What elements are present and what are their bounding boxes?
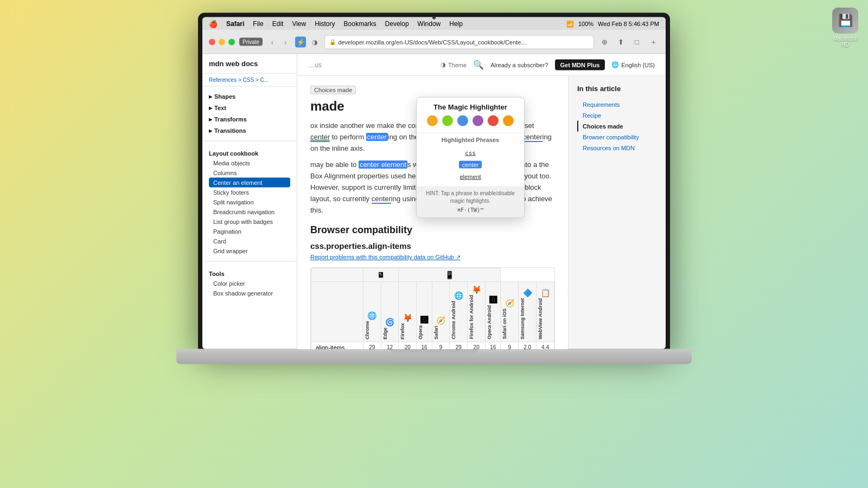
- sidebar-item-sticky-footers[interactable]: Sticky footers: [209, 188, 290, 197]
- th-opera: 🅾 Opera: [417, 281, 432, 341]
- extension-icons: ⚡ ◑: [295, 36, 320, 47]
- desktop-icon-label: Macintosh HD: [830, 36, 860, 48]
- back-button[interactable]: ‹: [267, 36, 278, 47]
- sidebar-item-split-navigation[interactable]: Split navigation: [209, 197, 290, 207]
- mdn-top-header: …us ◑ Theme 🔍 Already a subscriber? Get …: [297, 54, 666, 76]
- th-safari-ios: 🧭 Safari on iOS: [501, 281, 519, 341]
- color-green[interactable]: [442, 115, 453, 126]
- menu-develop[interactable]: Develop: [385, 20, 409, 28]
- table-row: align-items 29 12 20 16 9 29: [311, 342, 554, 349]
- menu-safari[interactable]: Safari: [226, 20, 244, 28]
- toc-item-requirements[interactable]: Requirements: [577, 99, 657, 110]
- maximize-button[interactable]: [228, 38, 235, 45]
- address-bar[interactable]: 🔒 developer.mozilla.org/en-US/docs/Web/C…: [324, 35, 594, 49]
- forward-button[interactable]: ›: [280, 36, 291, 47]
- samsung-label: Samsung Internet: [520, 298, 525, 339]
- compat-github-link[interactable]: Report problems with this compatibility …: [310, 254, 555, 261]
- safari-ios-icon: 🧭: [502, 299, 517, 307]
- tools-label: Tools: [209, 271, 225, 277]
- language-selector[interactable]: 🌐 English (US): [611, 61, 655, 68]
- sidebar-item-center-element[interactable]: Center an element: [209, 178, 290, 188]
- sidebar-item-list-group-badges[interactable]: List group with badges: [209, 217, 290, 227]
- th-chrome-android: 🌐 Chrome Android: [450, 281, 468, 341]
- centering-highlight-1: center: [366, 132, 388, 140]
- theme-button[interactable]: ◑ Theme: [441, 61, 467, 68]
- choices-badge: Choices made: [310, 86, 356, 94]
- sidebar-item-grid-wrapper[interactable]: Grid wrapper: [209, 246, 290, 256]
- safari-icon: 🧭: [433, 316, 449, 324]
- desktop-icon-macintosh-hd[interactable]: 💾 Macintosh HD: [830, 8, 860, 48]
- chevron-right-icon: ▶: [209, 94, 212, 99]
- chevron-right-icon-4: ▶: [209, 128, 212, 133]
- menu-history[interactable]: History: [315, 20, 335, 28]
- color-red[interactable]: [488, 115, 499, 126]
- phrase-element[interactable]: element: [425, 170, 515, 182]
- get-mdn-plus-button[interactable]: Get MDN Plus: [555, 59, 605, 70]
- new-tab-icon[interactable]: ＋: [647, 36, 659, 48]
- sidebar-item-columns[interactable]: Columns: [209, 168, 290, 178]
- private-badge: Private: [239, 38, 263, 46]
- mdn-sidebar: mdn web docs References > CSS > C... ▶ S…: [202, 54, 297, 349]
- sidebar-item-card[interactable]: Card: [209, 236, 290, 246]
- bookmark-icon[interactable]: □: [631, 36, 643, 48]
- menu-view[interactable]: View: [292, 20, 306, 28]
- sidebar-nav-section: ▶ Shapes ▶ Text ▶ Transforms: [202, 87, 297, 139]
- sidebar-item-breadcrumb-navigation[interactable]: Breadcrumb navigation: [209, 207, 290, 217]
- highlighted-phrases-section: Highlighted Phrases css center element: [417, 133, 524, 187]
- color-orange[interactable]: [427, 115, 438, 126]
- transitions-section-header[interactable]: ▶ Transitions: [209, 124, 290, 136]
- color-palette: [425, 115, 515, 126]
- text-section-header[interactable]: ▶ Text: [209, 101, 290, 113]
- sidebar-item-media-objects[interactable]: Media objects: [209, 158, 290, 168]
- center-link-1[interactable]: center: [310, 132, 330, 142]
- moon-extension-icon[interactable]: ◑: [309, 36, 320, 47]
- compatibility-table: 🖥 📱: [311, 268, 554, 349]
- menu-window[interactable]: Window: [418, 20, 441, 28]
- sidebar-item-pagination[interactable]: Pagination: [209, 227, 290, 236]
- layout-cookbook-section: Layout cookbook Media objects Columns Ce…: [202, 144, 297, 259]
- share-icon[interactable]: ⬆: [615, 36, 627, 48]
- menu-bookmarks[interactable]: Bookmarks: [344, 20, 376, 28]
- mdn-logo[interactable]: mdn web docs: [209, 60, 290, 68]
- menu-help[interactable]: Help: [449, 20, 463, 28]
- color-yellow-orange[interactable]: [503, 115, 514, 126]
- color-purple[interactable]: [473, 115, 483, 126]
- phrase-center[interactable]: center: [425, 158, 515, 170]
- browser-compat-heading: Browser compatibility: [310, 224, 555, 236]
- sidebar-item-color-picker[interactable]: Color picker: [209, 279, 290, 288]
- feature-name-cell: align-items: [311, 342, 363, 349]
- opera-version-cell: 16: [417, 342, 432, 349]
- toc-item-resources[interactable]: Resources on MDN: [577, 143, 657, 153]
- sidebar-item-box-shadow-generator[interactable]: Box shadow generator: [209, 288, 290, 298]
- toc-item-recipe[interactable]: Recipe: [577, 110, 657, 121]
- browser-actions: ⊕ ⬆ □ ＋: [598, 36, 659, 48]
- menu-file[interactable]: File: [253, 20, 263, 28]
- close-button[interactable]: [209, 38, 215, 45]
- shapes-section-header[interactable]: ▶ Shapes: [209, 90, 290, 101]
- url-text: developer.mozilla.org/en-US/docs/Web/CSS…: [338, 38, 526, 45]
- opera-android-icon: 🅾: [487, 295, 499, 304]
- lightning-extension-icon[interactable]: ⚡: [295, 36, 306, 47]
- apple-menu[interactable]: 🍎: [209, 20, 218, 28]
- search-icon[interactable]: 🔍: [473, 60, 484, 70]
- theme-moon-icon: ◑: [441, 61, 446, 68]
- sidebar-breadcrumb[interactable]: References > CSS > C...: [202, 74, 297, 87]
- transforms-section-header[interactable]: ▶ Transforms: [209, 113, 290, 124]
- phrase-css[interactable]: css: [425, 146, 515, 158]
- menu-edit[interactable]: Edit: [272, 20, 284, 28]
- hard-drive-icon: 💾: [832, 8, 858, 34]
- wifi-icon: 📶: [566, 20, 574, 27]
- subscriber-link[interactable]: Already a subscriber?: [490, 61, 548, 68]
- webview-version-cell: 4.4: [537, 342, 554, 349]
- toc-item-choices-made[interactable]: Choices made: [577, 121, 657, 132]
- traffic-lights: [209, 38, 235, 45]
- reading-list-icon[interactable]: ⊕: [598, 36, 610, 48]
- color-blue[interactable]: [457, 115, 468, 126]
- safari-ios-version-cell: 9: [501, 342, 519, 349]
- safari-label: Safari: [433, 325, 439, 339]
- th-safari: 🧭 Safari: [432, 281, 450, 341]
- minimize-button[interactable]: [219, 38, 225, 45]
- opera-android-label: Opera Android: [487, 305, 492, 339]
- toc-item-browser-compat[interactable]: Browser compatibility: [577, 132, 657, 143]
- phrase-center-text: center: [459, 161, 482, 169]
